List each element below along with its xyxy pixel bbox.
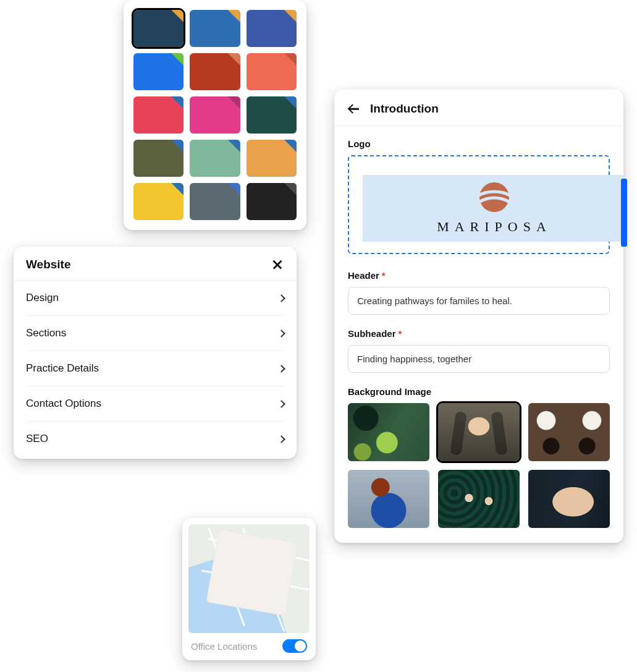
website-menu-item-label: Contact Options: [26, 398, 101, 410]
background-image-grid: [348, 403, 610, 528]
mariposa-logo-icon: [476, 182, 512, 213]
subheader-input[interactable]: [348, 345, 610, 373]
color-swatch[interactable]: [190, 96, 240, 134]
color-swatch[interactable]: [247, 183, 297, 220]
swatch-accent-corner: [284, 140, 297, 152]
background-image-thumb-holding-hands[interactable]: [528, 470, 610, 528]
color-swatch[interactable]: [133, 140, 184, 177]
website-menu-item-label: SEO: [26, 433, 48, 445]
swatch-accent-corner: [228, 96, 240, 109]
color-swatch[interactable]: [247, 10, 297, 47]
office-locations-footer: Office Locations: [188, 633, 310, 654]
background-image-thumb-green-tubes[interactable]: [438, 470, 520, 528]
website-settings-header: Website: [14, 247, 297, 281]
website-settings-title: Website: [26, 258, 71, 271]
office-locations-card: Office Locations: [182, 518, 316, 660]
website-menu-item-label: Practice Details: [26, 362, 99, 375]
swatch-accent-corner: [284, 53, 297, 66]
website-menu-item-label: Design: [26, 292, 59, 304]
close-icon[interactable]: [271, 258, 284, 271]
required-marker: *: [399, 328, 402, 339]
background-image-thumb-coffee-table[interactable]: [528, 403, 610, 461]
website-menu-item[interactable]: SEO: [26, 422, 284, 459]
swatch-accent-corner: [284, 96, 297, 109]
color-swatch[interactable]: [247, 140, 297, 177]
background-image-thumb-person-laughing[interactable]: [348, 470, 429, 528]
website-menu-item[interactable]: Practice Details: [26, 351, 284, 386]
color-swatch[interactable]: [133, 96, 184, 134]
swatch-accent-corner: [228, 140, 240, 152]
office-locations-toggle[interactable]: [282, 639, 307, 653]
background-image-thumb-greens-kiwi[interactable]: [348, 403, 429, 461]
color-swatch[interactable]: [133, 10, 184, 47]
swatch-accent-corner: [228, 53, 240, 66]
logo-field-label: Logo: [348, 138, 610, 149]
chevron-right-icon: [277, 400, 285, 408]
website-settings-card: Website DesignSectionsPractice DetailsCo…: [14, 247, 297, 459]
map-roads-decor: [188, 524, 310, 633]
website-menu-list: DesignSectionsPractice DetailsContact Op…: [14, 281, 297, 459]
office-locations-label: Office Locations: [191, 641, 257, 652]
website-menu-item[interactable]: Sections: [26, 316, 284, 351]
color-swatch[interactable]: [190, 10, 240, 47]
swatch-accent-corner: [171, 183, 184, 195]
required-marker: *: [382, 270, 386, 281]
color-swatch[interactable]: [247, 53, 297, 90]
mariposa-wordmark: MARIPOSA: [437, 219, 552, 235]
color-palette-card: [124, 0, 306, 230]
website-menu-item[interactable]: Contact Options: [26, 386, 284, 422]
swatch-accent-corner: [171, 96, 184, 109]
website-menu-item-label: Sections: [26, 327, 66, 339]
map-pin-icon: [237, 543, 261, 572]
color-swatch[interactable]: [190, 183, 240, 220]
chevron-right-icon: [277, 294, 285, 302]
swatch-accent-corner: [284, 183, 297, 195]
svg-point-0: [245, 550, 253, 558]
swatch-accent-corner: [171, 10, 184, 22]
background-image-label: Background Image: [348, 386, 610, 397]
header-field-label: Header*: [348, 270, 610, 281]
back-arrow-icon[interactable]: [348, 102, 361, 116]
swatch-accent-corner: [284, 10, 297, 22]
website-menu-item[interactable]: Design: [26, 281, 284, 316]
map-preview[interactable]: [188, 524, 310, 633]
background-image-thumb-family-walk[interactable]: [438, 403, 520, 461]
chevron-right-icon: [277, 435, 285, 443]
swatch-accent-corner: [228, 183, 240, 195]
color-swatch[interactable]: [247, 96, 297, 134]
logo-preview: MARIPOSA: [363, 175, 626, 242]
swatch-accent-corner: [171, 140, 184, 152]
chevron-right-icon: [277, 330, 285, 338]
chevron-right-icon: [277, 365, 285, 373]
swatch-accent-corner: [228, 10, 240, 22]
color-swatch[interactable]: [190, 140, 240, 177]
color-swatch[interactable]: [133, 183, 184, 220]
color-swatch-grid: [133, 10, 297, 220]
introduction-title: Introduction: [370, 102, 439, 116]
swatch-accent-corner: [171, 53, 184, 66]
header-input[interactable]: [348, 287, 610, 315]
subheader-field-label: Subheader*: [348, 328, 610, 339]
color-swatch[interactable]: [133, 53, 184, 90]
logo-crop-handle[interactable]: [621, 179, 627, 247]
introduction-header: Introduction: [334, 90, 623, 126]
introduction-panel: Introduction Logo MARIPOSA Header* Sub: [334, 90, 623, 543]
logo-dropzone[interactable]: MARIPOSA: [348, 155, 610, 254]
color-swatch[interactable]: [190, 53, 240, 90]
